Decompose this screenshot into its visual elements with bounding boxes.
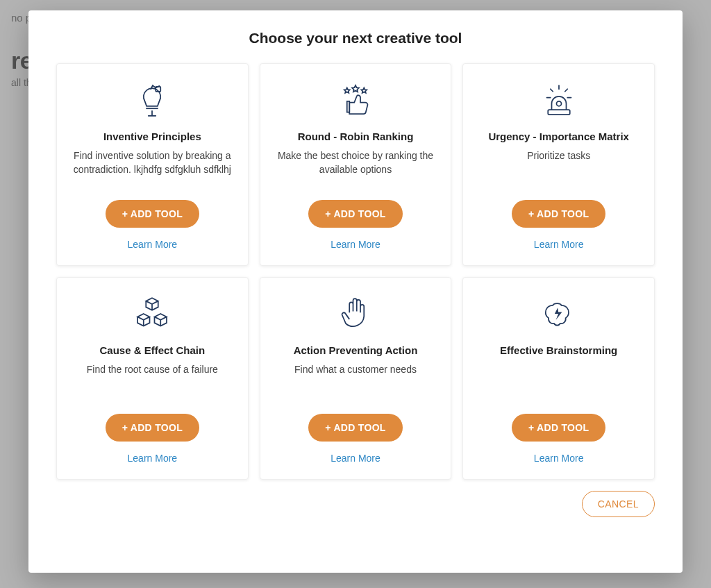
- add-tool-button[interactable]: + ADD TOOL: [106, 200, 199, 228]
- add-tool-button[interactable]: + ADD TOOL: [512, 414, 605, 442]
- tool-card-title: Cause & Effect Chain: [99, 344, 205, 356]
- add-tool-button[interactable]: + ADD TOOL: [308, 414, 402, 442]
- dialog-footer: CANCEL: [56, 491, 655, 517]
- tool-card-urgency-importance-matrix: Urgency - Importance Matrix Prioritize t…: [462, 63, 655, 266]
- tool-card-title: Effective Brainstorming: [500, 344, 617, 356]
- tool-card-round-robin-ranking: Round - Robin Ranking Make the best choi…: [260, 63, 452, 266]
- lightbulb-puzzle-icon: [131, 79, 173, 121]
- cubes-icon: [131, 293, 173, 335]
- learn-more-link[interactable]: Learn More: [128, 239, 178, 250]
- tool-card-cause-effect-chain: Cause & Effect Chain Find the root cause…: [56, 277, 249, 480]
- tool-card-desc: Make the best choice by ranking the avai…: [271, 149, 440, 176]
- add-tool-button[interactable]: + ADD TOOL: [106, 414, 199, 442]
- cancel-button[interactable]: CANCEL: [582, 491, 655, 517]
- tool-card-title: Inventive Principles: [103, 131, 201, 142]
- add-tool-button[interactable]: + ADD TOOL: [512, 200, 605, 228]
- tool-card-title: Action Preventing Action: [294, 344, 418, 356]
- learn-more-link[interactable]: Learn More: [534, 453, 584, 464]
- tool-card-action-preventing-action: Action Preventing Action Find what a cus…: [260, 277, 452, 480]
- hand-stop-icon: [335, 293, 376, 335]
- dialog-title: Choose your next creative tool: [56, 30, 655, 47]
- tool-card-desc: Find inventive solution by breaking a co…: [68, 149, 237, 176]
- svg-point-1: [556, 101, 561, 106]
- modal-overlay[interactable]: Choose your next creative tool Inventive…: [0, 0, 711, 588]
- learn-more-link[interactable]: Learn More: [331, 453, 380, 464]
- svg-rect-2: [548, 110, 570, 115]
- choose-tool-dialog: Choose your next creative tool Inventive…: [28, 10, 683, 573]
- tool-card-title: Round - Robin Ranking: [298, 131, 414, 142]
- brain-lightning-icon: [538, 293, 580, 335]
- tool-card-desc: Prioritize tasks: [527, 149, 590, 163]
- learn-more-link[interactable]: Learn More: [128, 453, 178, 464]
- siren-icon: [538, 79, 580, 121]
- add-tool-button[interactable]: + ADD TOOL: [308, 200, 402, 228]
- tool-card-inventive-principles: Inventive Principles Find inventive solu…: [56, 63, 249, 266]
- tool-card-desc: Find the root cause of a failure: [87, 363, 218, 377]
- tool-card-grid: Inventive Principles Find inventive solu…: [56, 63, 655, 480]
- tool-card-effective-brainstorming: Effective Brainstorming + ADD TOOL Learn…: [462, 277, 655, 480]
- tool-card-desc: Find what a customer needs: [294, 363, 417, 377]
- tool-card-title: Urgency - Importance Matrix: [488, 131, 629, 142]
- learn-more-link[interactable]: Learn More: [331, 239, 380, 250]
- learn-more-link[interactable]: Learn More: [534, 239, 584, 250]
- thumbs-up-stars-icon: [335, 79, 376, 121]
